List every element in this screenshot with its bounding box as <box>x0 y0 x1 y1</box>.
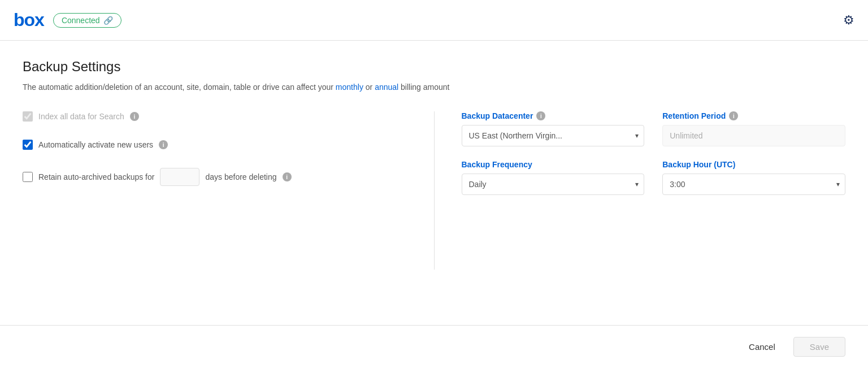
annual-link[interactable]: annual <box>375 83 398 92</box>
auto-activate-text: Automatically activate new users <box>38 140 153 149</box>
backup-datacenter-info-icon: i <box>536 111 545 120</box>
connected-label: Connected <box>62 16 100 25</box>
backup-frequency-label: Backup Frequency <box>462 160 645 169</box>
right-grid: Backup Datacenter i US East (Northern Vi… <box>462 111 846 195</box>
retain-backups-row: Retain auto-archived backups for days be… <box>23 168 407 186</box>
header-left: box Connected 🔗 <box>14 10 121 31</box>
left-panel: Index all data for Search i Automaticall… <box>23 111 435 270</box>
retention-period-label-text: Retention Period <box>662 111 726 120</box>
retention-period-input <box>662 125 845 146</box>
retain-checkbox[interactable] <box>23 172 33 182</box>
index-search-info-icon: i <box>130 112 139 121</box>
backup-hour-select-wrapper[interactable]: 0:001:002:00 3:00 4:005:006:00 7:008:009… <box>662 174 845 195</box>
backup-frequency-label-text: Backup Frequency <box>462 160 532 169</box>
backup-frequency-group: Backup Frequency Daily Weekly Monthly ▾ <box>462 160 645 195</box>
box-logo: box <box>14 10 44 31</box>
retention-period-info-icon: i <box>729 111 738 120</box>
backup-frequency-select-wrapper[interactable]: Daily Weekly Monthly ▾ <box>462 174 645 195</box>
backup-datacenter-select-wrapper[interactable]: US East (Northern Virgin... US West EU W… <box>462 125 645 146</box>
page-title: Backup Settings <box>23 59 845 75</box>
retention-period-label: Retention Period i <box>662 111 845 120</box>
index-search-label: Index all data for Search <box>23 111 124 122</box>
header: box Connected 🔗 ⚙ <box>0 0 868 41</box>
right-panel: Backup Datacenter i US East (Northern Vi… <box>435 111 846 270</box>
backup-datacenter-group: Backup Datacenter i US East (Northern Vi… <box>462 111 645 146</box>
retain-label-before: Retain auto-archived backups for <box>38 172 154 181</box>
backup-hour-group: Backup Hour (UTC) 0:001:002:00 3:00 4:00… <box>662 160 845 195</box>
connected-badge[interactable]: Connected 🔗 <box>53 13 121 28</box>
auto-activate-checkbox[interactable] <box>23 140 33 150</box>
gear-icon: ⚙ <box>843 13 854 27</box>
index-search-row: Index all data for Search i <box>23 111 407 122</box>
index-search-checkbox-wrapper[interactable] <box>23 111 33 122</box>
backup-datacenter-select[interactable]: US East (Northern Virgin... US West EU W… <box>462 125 645 146</box>
backup-frequency-select[interactable]: Daily Weekly Monthly <box>462 174 645 195</box>
retain-label-after: days before deleting <box>205 172 276 181</box>
auto-activate-info-icon: i <box>159 140 168 149</box>
backup-hour-label-text: Backup Hour (UTC) <box>662 160 735 169</box>
settings-content: Index all data for Search i Automaticall… <box>23 111 845 270</box>
retention-period-group: Retention Period i <box>662 111 845 146</box>
retain-checkbox-wrapper[interactable] <box>23 172 33 182</box>
link-icon: 🔗 <box>103 16 113 25</box>
backup-datacenter-label: Backup Datacenter i <box>462 111 645 120</box>
backup-hour-label: Backup Hour (UTC) <box>662 160 845 169</box>
index-search-text: Index all data for Search <box>38 112 124 121</box>
auto-activate-label: Automatically activate new users <box>23 140 153 150</box>
monthly-link[interactable]: monthly <box>336 83 363 92</box>
main-content: Backup Settings The automatic addition/d… <box>0 41 868 283</box>
settings-button[interactable]: ⚙ <box>843 13 854 28</box>
retain-days-input[interactable] <box>160 168 199 186</box>
auto-activate-row: Automatically activate new users i <box>23 140 407 150</box>
billing-notice: The automatic addition/deletion of an ac… <box>23 81 509 93</box>
auto-activate-checkbox-wrapper[interactable] <box>23 140 33 150</box>
backup-hour-select[interactable]: 0:001:002:00 3:00 4:005:006:00 7:008:009… <box>662 174 845 195</box>
index-search-checkbox[interactable] <box>23 111 33 122</box>
retain-info-icon: i <box>283 172 292 181</box>
backup-datacenter-label-text: Backup Datacenter <box>462 111 533 120</box>
